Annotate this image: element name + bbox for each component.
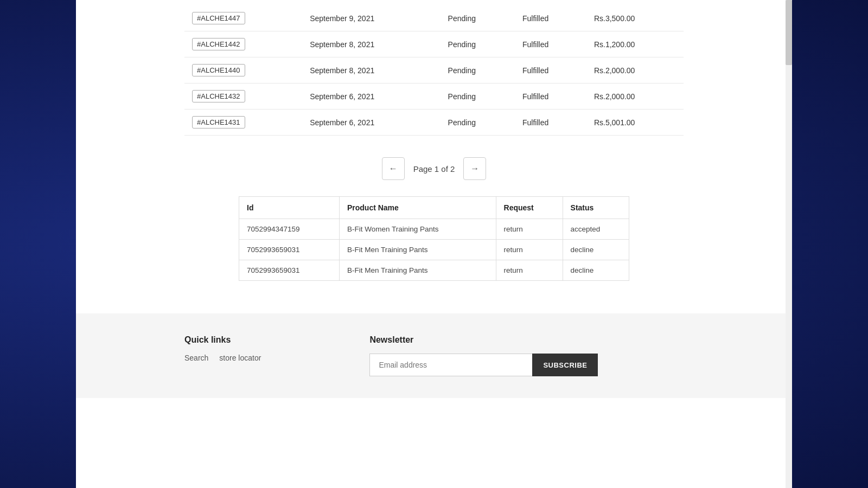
- scrollbar-area[interactable]: [786, 0, 792, 488]
- pagination-next-button[interactable]: →: [463, 157, 486, 180]
- footer-link[interactable]: store locator: [219, 354, 261, 362]
- left-arrow-icon: ←: [389, 164, 398, 174]
- return-request-cell: return: [496, 240, 563, 260]
- return-product-cell: B-Fit Women Training Pants: [339, 219, 496, 240]
- orders-table: #ALCHE1447 September 9, 2021 Pending Ful…: [184, 5, 684, 136]
- table-row: #ALCHE1447 September 9, 2021 Pending Ful…: [184, 5, 684, 31]
- order-date-cell: September 8, 2021: [302, 31, 440, 57]
- returns-column-header: Id: [239, 197, 340, 219]
- pagination-label: Page 1 of 2: [413, 164, 455, 174]
- pagination: ← Page 1 of 2 →: [76, 136, 792, 196]
- right-arrow-icon: →: [470, 164, 479, 174]
- returns-table-row: 7052993659031 B-Fit Men Training Pants r…: [239, 260, 629, 281]
- table-row: #ALCHE1442 September 8, 2021 Pending Ful…: [184, 31, 684, 57]
- returns-column-header: Product Name: [339, 197, 496, 219]
- order-payment-cell: Pending: [441, 5, 515, 31]
- return-product-cell: B-Fit Men Training Pants: [339, 240, 496, 260]
- order-total-cell: Rs.2,000.00: [586, 57, 684, 84]
- footer-quick-links: Quick links Searchstore locator: [184, 335, 261, 362]
- table-row: #ALCHE1440 September 8, 2021 Pending Ful…: [184, 57, 684, 84]
- return-status-cell: accepted: [563, 219, 629, 240]
- order-id-cell: #ALCHE1447: [184, 5, 302, 31]
- order-total-cell: Rs.3,500.00: [586, 5, 684, 31]
- subscribe-button[interactable]: SUBSCRIBE: [532, 354, 598, 376]
- order-payment-cell: Pending: [441, 31, 515, 57]
- return-status-cell: decline: [563, 240, 629, 260]
- footer: Quick links Searchstore locator Newslett…: [76, 313, 792, 398]
- return-status-cell: decline: [563, 260, 629, 281]
- order-date-cell: September 9, 2021: [302, 5, 440, 31]
- footer-link[interactable]: Search: [184, 354, 208, 362]
- quick-links-title: Quick links: [184, 335, 261, 345]
- order-fulfillment-cell: Fulfilled: [515, 5, 586, 31]
- order-date-cell: September 8, 2021: [302, 57, 440, 84]
- order-total-cell: Rs.2,000.00: [586, 84, 684, 110]
- newsletter-title: Newsletter: [369, 335, 598, 345]
- table-row: #ALCHE1432 September 6, 2021 Pending Ful…: [184, 84, 684, 110]
- order-id-badge[interactable]: #ALCHE1447: [192, 12, 245, 24]
- footer-links-list: Searchstore locator: [184, 354, 261, 362]
- return-request-cell: return: [496, 260, 563, 281]
- returns-column-header: Request: [496, 197, 563, 219]
- newsletter-form: SUBSCRIBE: [369, 354, 598, 376]
- order-total-cell: Rs.1,200.00: [586, 31, 684, 57]
- order-id-badge[interactable]: #ALCHE1431: [192, 116, 245, 129]
- email-input[interactable]: [369, 354, 532, 376]
- order-payment-cell: Pending: [441, 110, 515, 136]
- return-id-cell: 7052993659031: [239, 240, 340, 260]
- returns-header-row: IdProduct NameRequestStatus: [239, 197, 629, 219]
- returns-column-header: Status: [563, 197, 629, 219]
- returns-table: IdProduct NameRequestStatus 705299434715…: [239, 196, 629, 281]
- return-product-cell: B-Fit Men Training Pants: [339, 260, 496, 281]
- order-payment-cell: Pending: [441, 84, 515, 110]
- order-fulfillment-cell: Fulfilled: [515, 31, 586, 57]
- order-id-badge[interactable]: #ALCHE1440: [192, 64, 245, 76]
- order-payment-cell: Pending: [441, 57, 515, 84]
- return-request-cell: return: [496, 219, 563, 240]
- order-fulfillment-cell: Fulfilled: [515, 110, 586, 136]
- pagination-prev-button[interactable]: ←: [382, 157, 405, 180]
- orders-section: #ALCHE1447 September 9, 2021 Pending Ful…: [76, 0, 792, 136]
- return-id-cell: 7052993659031: [239, 260, 340, 281]
- order-id-cell: #ALCHE1440: [184, 57, 302, 84]
- order-id-cell: #ALCHE1432: [184, 84, 302, 110]
- returns-table-row: 7052994347159 B-Fit Women Training Pants…: [239, 219, 629, 240]
- return-id-cell: 7052994347159: [239, 219, 340, 240]
- order-date-cell: September 6, 2021: [302, 84, 440, 110]
- returns-section: IdProduct NameRequestStatus 705299434715…: [76, 196, 792, 281]
- order-fulfillment-cell: Fulfilled: [515, 57, 586, 84]
- order-id-cell: #ALCHE1431: [184, 110, 302, 136]
- order-id-badge[interactable]: #ALCHE1442: [192, 38, 245, 50]
- order-id-cell: #ALCHE1442: [184, 31, 302, 57]
- footer-newsletter: Newsletter SUBSCRIBE: [369, 335, 598, 376]
- order-date-cell: September 6, 2021: [302, 110, 440, 136]
- table-row: #ALCHE1431 September 6, 2021 Pending Ful…: [184, 110, 684, 136]
- main-container: #ALCHE1447 September 9, 2021 Pending Ful…: [76, 0, 792, 488]
- scrollbar-thumb[interactable]: [786, 0, 792, 65]
- order-id-badge[interactable]: #ALCHE1432: [192, 90, 245, 102]
- order-fulfillment-cell: Fulfilled: [515, 84, 586, 110]
- order-total-cell: Rs.5,001.00: [586, 110, 684, 136]
- returns-table-row: 7052993659031 B-Fit Men Training Pants r…: [239, 240, 629, 260]
